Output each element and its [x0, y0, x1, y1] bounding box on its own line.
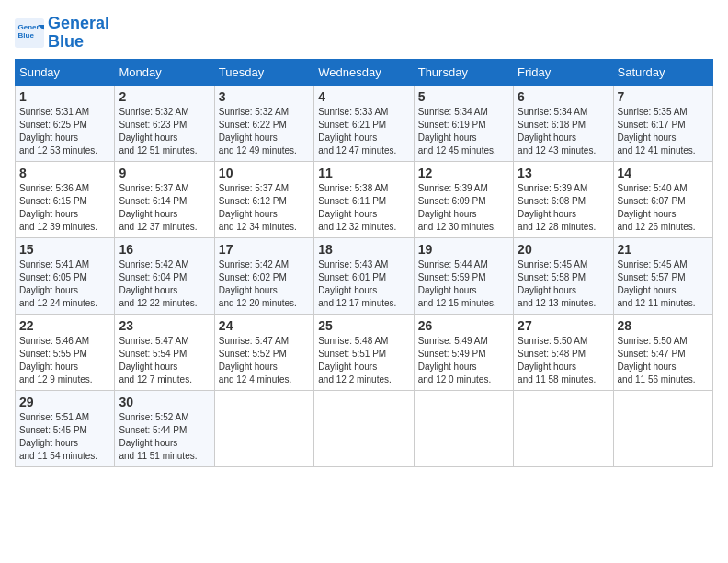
- day-info: Sunrise: 5:39 AMSunset: 6:09 PMDaylight …: [418, 182, 509, 234]
- day-info: Sunrise: 5:47 AMSunset: 5:54 PMDaylight …: [119, 335, 210, 386]
- calendar-cell: 2 Sunrise: 5:32 AMSunset: 6:23 PMDayligh…: [115, 85, 214, 161]
- calendar-cell: [214, 390, 313, 466]
- calendar-week-4: 22 Sunrise: 5:46 AMSunset: 5:55 PMDaylig…: [16, 314, 713, 390]
- calendar-cell: 13 Sunrise: 5:39 AMSunset: 6:08 PMDaylig…: [514, 161, 613, 237]
- calendar-cell: 30 Sunrise: 5:52 AMSunset: 5:44 PMDaylig…: [115, 390, 214, 466]
- day-info: Sunrise: 5:32 AMSunset: 6:23 PMDaylight …: [119, 106, 210, 157]
- day-info: Sunrise: 5:51 AMSunset: 5:45 PMDaylight …: [19, 411, 110, 463]
- calendar-week-3: 15 Sunrise: 5:41 AMSunset: 6:05 PMDaylig…: [16, 237, 713, 314]
- day-info: Sunrise: 5:33 AMSunset: 6:21 PMDaylight …: [318, 106, 409, 157]
- calendar-cell: [514, 390, 613, 466]
- day-info: Sunrise: 5:41 AMSunset: 6:05 PMDaylight …: [19, 259, 110, 310]
- calendar-cell: 5 Sunrise: 5:34 AMSunset: 6:19 PMDayligh…: [414, 85, 513, 161]
- day-info: Sunrise: 5:39 AMSunset: 6:08 PMDaylight …: [518, 182, 609, 234]
- day-number: 26: [418, 318, 509, 333]
- day-info: Sunrise: 5:37 AMSunset: 6:12 PMDaylight …: [219, 182, 310, 234]
- day-number: 9: [119, 166, 210, 180]
- calendar-week-5: 29 Sunrise: 5:51 AMSunset: 5:45 PMDaylig…: [16, 390, 713, 466]
- day-number: 3: [219, 89, 310, 104]
- day-info: Sunrise: 5:45 AMSunset: 5:58 PMDaylight …: [518, 259, 609, 310]
- calendar-cell: 19 Sunrise: 5:44 AMSunset: 5:59 PMDaylig…: [414, 237, 513, 314]
- day-info: Sunrise: 5:35 AMSunset: 6:17 PMDaylight …: [618, 106, 709, 157]
- day-number: 25: [318, 318, 409, 333]
- day-info: Sunrise: 5:40 AMSunset: 6:07 PMDaylight …: [618, 182, 709, 234]
- day-number: 1: [19, 89, 110, 104]
- day-number: 29: [19, 395, 110, 409]
- day-number: 13: [518, 166, 609, 180]
- day-info: Sunrise: 5:36 AMSunset: 6:15 PMDaylight …: [19, 182, 110, 234]
- calendar-cell: 3 Sunrise: 5:32 AMSunset: 6:22 PMDayligh…: [214, 85, 313, 161]
- calendar-cell: 14 Sunrise: 5:40 AMSunset: 6:07 PMDaylig…: [613, 161, 712, 237]
- calendar-cell: 17 Sunrise: 5:42 AMSunset: 6:02 PMDaylig…: [214, 237, 313, 314]
- calendar-cell: 25 Sunrise: 5:48 AMSunset: 5:51 PMDaylig…: [314, 314, 414, 390]
- calendar-week-2: 8 Sunrise: 5:36 AMSunset: 6:15 PMDayligh…: [16, 161, 713, 237]
- day-number: 12: [418, 166, 509, 180]
- weekday-friday: Friday: [514, 59, 613, 85]
- day-info: Sunrise: 5:32 AMSunset: 6:22 PMDaylight …: [219, 106, 310, 157]
- day-info: Sunrise: 5:44 AMSunset: 5:59 PMDaylight …: [418, 259, 509, 310]
- svg-text:Blue: Blue: [18, 31, 35, 40]
- calendar-cell: 8 Sunrise: 5:36 AMSunset: 6:15 PMDayligh…: [16, 161, 115, 237]
- day-number: 28: [618, 318, 709, 333]
- day-info: Sunrise: 5:50 AMSunset: 5:48 PMDaylight …: [518, 335, 609, 386]
- day-number: 21: [618, 242, 709, 257]
- day-number: 4: [318, 89, 409, 104]
- calendar-cell: 23 Sunrise: 5:47 AMSunset: 5:54 PMDaylig…: [115, 314, 214, 390]
- day-info: Sunrise: 5:48 AMSunset: 5:51 PMDaylight …: [318, 335, 409, 386]
- day-number: 22: [19, 318, 110, 333]
- calendar-cell: [613, 390, 712, 466]
- weekday-tuesday: Tuesday: [214, 59, 313, 85]
- calendar-cell: 16 Sunrise: 5:42 AMSunset: 6:04 PMDaylig…: [115, 237, 214, 314]
- weekday-saturday: Saturday: [613, 59, 712, 85]
- day-number: 6: [518, 89, 609, 104]
- day-number: 30: [119, 395, 210, 409]
- calendar-cell: 22 Sunrise: 5:46 AMSunset: 5:55 PMDaylig…: [16, 314, 115, 390]
- day-number: 23: [119, 318, 210, 333]
- calendar-cell: 26 Sunrise: 5:49 AMSunset: 5:49 PMDaylig…: [414, 314, 513, 390]
- day-number: 20: [518, 242, 609, 257]
- day-number: 2: [119, 89, 210, 104]
- day-number: 17: [219, 242, 310, 257]
- calendar-cell: 7 Sunrise: 5:35 AMSunset: 6:17 PMDayligh…: [613, 85, 712, 161]
- weekday-wednesday: Wednesday: [314, 59, 414, 85]
- day-info: Sunrise: 5:50 AMSunset: 5:47 PMDaylight …: [618, 335, 709, 386]
- calendar-cell: 18 Sunrise: 5:43 AMSunset: 6:01 PMDaylig…: [314, 237, 414, 314]
- day-info: Sunrise: 5:38 AMSunset: 6:11 PMDaylight …: [318, 182, 409, 234]
- day-number: 7: [618, 89, 709, 104]
- day-number: 18: [318, 242, 409, 257]
- day-info: Sunrise: 5:34 AMSunset: 6:19 PMDaylight …: [418, 106, 509, 157]
- calendar-cell: 12 Sunrise: 5:39 AMSunset: 6:09 PMDaylig…: [414, 161, 513, 237]
- logo: General Blue General Blue: [15, 15, 109, 52]
- day-number: 14: [618, 166, 709, 180]
- svg-text:General: General: [18, 23, 44, 31]
- day-info: Sunrise: 5:49 AMSunset: 5:49 PMDaylight …: [418, 335, 509, 386]
- calendar-cell: 27 Sunrise: 5:50 AMSunset: 5:48 PMDaylig…: [514, 314, 613, 390]
- calendar-cell: 10 Sunrise: 5:37 AMSunset: 6:12 PMDaylig…: [214, 161, 313, 237]
- calendar-cell: 6 Sunrise: 5:34 AMSunset: 6:18 PMDayligh…: [514, 85, 613, 161]
- day-info: Sunrise: 5:37 AMSunset: 6:14 PMDaylight …: [119, 182, 210, 234]
- calendar-cell: 24 Sunrise: 5:47 AMSunset: 5:52 PMDaylig…: [214, 314, 313, 390]
- day-info: Sunrise: 5:45 AMSunset: 5:57 PMDaylight …: [618, 259, 709, 310]
- day-number: 5: [418, 89, 509, 104]
- calendar-week-1: 1 Sunrise: 5:31 AMSunset: 6:25 PMDayligh…: [16, 85, 713, 161]
- day-number: 10: [219, 166, 310, 180]
- day-info: Sunrise: 5:42 AMSunset: 6:02 PMDaylight …: [219, 259, 310, 310]
- calendar-cell: 1 Sunrise: 5:31 AMSunset: 6:25 PMDayligh…: [16, 85, 115, 161]
- day-number: 11: [318, 166, 409, 180]
- page-header: General Blue General Blue: [15, 15, 713, 52]
- calendar-table: SundayMondayTuesdayWednesdayThursdayFrid…: [15, 59, 713, 467]
- day-number: 15: [19, 242, 110, 257]
- day-number: 24: [219, 318, 310, 333]
- day-info: Sunrise: 5:31 AMSunset: 6:25 PMDaylight …: [19, 106, 110, 157]
- weekday-monday: Monday: [115, 59, 214, 85]
- calendar-cell: [314, 390, 414, 466]
- weekday-thursday: Thursday: [414, 59, 513, 85]
- day-info: Sunrise: 5:43 AMSunset: 6:01 PMDaylight …: [318, 259, 409, 310]
- day-number: 27: [518, 318, 609, 333]
- day-number: 16: [119, 242, 210, 257]
- calendar-cell: 29 Sunrise: 5:51 AMSunset: 5:45 PMDaylig…: [16, 390, 115, 466]
- day-info: Sunrise: 5:34 AMSunset: 6:18 PMDaylight …: [518, 106, 609, 157]
- day-info: Sunrise: 5:47 AMSunset: 5:52 PMDaylight …: [219, 335, 310, 386]
- calendar-cell: 28 Sunrise: 5:50 AMSunset: 5:47 PMDaylig…: [613, 314, 712, 390]
- calendar-cell: 15 Sunrise: 5:41 AMSunset: 6:05 PMDaylig…: [16, 237, 115, 314]
